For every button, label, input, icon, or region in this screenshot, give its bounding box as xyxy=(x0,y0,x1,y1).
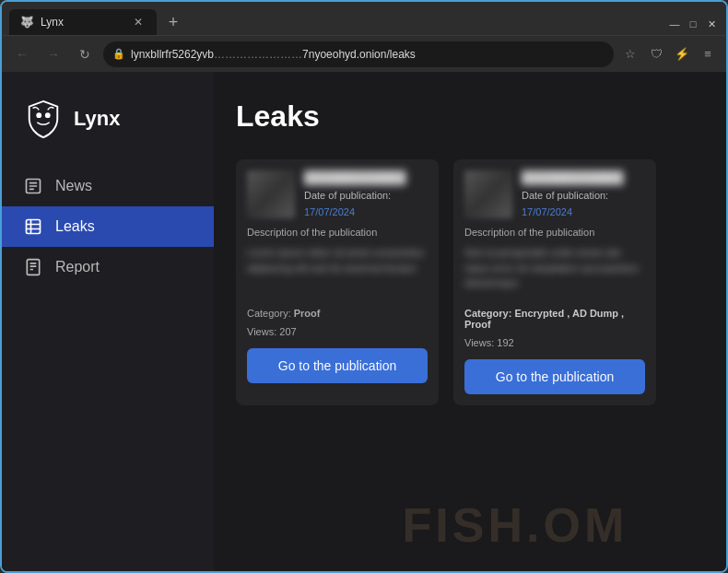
tab-bar: 🐺 Lynx ✕ + — □ ✕ xyxy=(2,2,726,35)
active-tab[interactable]: 🐺 Lynx ✕ xyxy=(9,9,157,35)
tab-favicon: 🐺 xyxy=(20,16,33,29)
card-header-1: ████████████ Date of publication: 17/07/… xyxy=(247,170,428,219)
card-views-value-2: 192 xyxy=(497,337,513,348)
url-text: lynxbllrfr5262yvb……………………7nyoeohyd.onion… xyxy=(131,48,416,61)
svg-point-0 xyxy=(36,112,41,118)
minimize-button[interactable]: — xyxy=(667,17,682,31)
card-date-label-2: Date of publication: xyxy=(522,190,608,201)
card-info-2: ████████████ Date of publication: 17/07/… xyxy=(522,170,645,219)
watermark: FISH.OM xyxy=(403,497,628,553)
news-label: News xyxy=(55,178,92,194)
card-views-2: Views: 192 xyxy=(464,337,645,348)
browser-frame: 🐺 Lynx ✕ + — □ ✕ ← → ↻ 🔒 lynxbllrfr5262y… xyxy=(0,0,728,573)
card-company-2: ████████████ xyxy=(522,170,645,184)
main-content: Leaks ████████████ Date of publication: … xyxy=(214,72,726,571)
card-date-2: Date of publication: 17/07/2024 xyxy=(522,186,645,219)
sidebar-nav: News Leaks Report xyxy=(2,166,214,287)
url-toolbar: ☆ 🛡 ⚡ ≡ xyxy=(619,43,719,65)
forward-button[interactable]: → xyxy=(41,41,66,67)
card-date-value-1: 17/07/2024 xyxy=(304,206,355,217)
card-desc-label-1: Description of the publication xyxy=(247,227,428,238)
window-controls: — □ ✕ xyxy=(667,17,719,35)
card-date-value-2: 17/07/2024 xyxy=(522,206,572,217)
card-thumbnail-1 xyxy=(247,170,295,218)
card-views-1: Views: 207 xyxy=(247,326,428,337)
svg-rect-2 xyxy=(27,220,41,234)
card-views-label-2: Views: xyxy=(464,337,494,348)
page-title: Leaks xyxy=(236,99,704,134)
restore-button[interactable]: □ xyxy=(686,17,700,31)
sidebar-item-leaks[interactable]: Leaks xyxy=(2,206,214,247)
svg-point-1 xyxy=(45,112,51,118)
logo-icon xyxy=(24,99,63,138)
news-icon xyxy=(24,177,42,195)
url-bar[interactable]: 🔒 lynxbllrfr5262yvb……………………7nyoeohyd.oni… xyxy=(103,41,614,67)
card-desc-text-1: Lorem ipsum dolor sit amet consectetur a… xyxy=(247,245,428,300)
extensions-icon[interactable]: ⚡ xyxy=(671,43,693,65)
lock-icon: 🔒 xyxy=(112,48,125,60)
card-desc-text-2: Sed ut perspiciatis unde omnis iste natu… xyxy=(464,245,645,300)
logo-text: Lynx xyxy=(74,107,121,131)
tab-title: Lynx xyxy=(41,16,123,29)
card-category-label-2: Category: xyxy=(464,308,511,319)
address-bar: ← → ↻ 🔒 lynxbllrfr5262yvb……………………7nyoeoh… xyxy=(2,35,726,72)
card-info-1: ████████████ Date of publication: 17/07/… xyxy=(304,170,428,219)
card-views-label-1: Views: xyxy=(247,326,276,337)
close-window-button[interactable]: ✕ xyxy=(704,17,719,31)
card-category-1: Category: Proof xyxy=(247,308,428,319)
card-header-2: ████████████ Date of publication: 17/07/… xyxy=(464,170,645,219)
tab-close-button[interactable]: ✕ xyxy=(131,15,146,29)
card-date-1: Date of publication: 17/07/2024 xyxy=(304,186,428,219)
shield-icon[interactable]: 🛡 xyxy=(645,43,667,65)
cards-grid: ████████████ Date of publication: 17/07/… xyxy=(236,159,704,405)
leaks-label: Leaks xyxy=(55,218,95,235)
goto-button-1[interactable]: Go to the publication xyxy=(247,348,428,383)
card-company-1: ████████████ xyxy=(304,170,428,184)
sidebar: Lynx News Leaks xyxy=(2,72,214,571)
refresh-button[interactable]: ↻ xyxy=(72,41,98,67)
report-icon xyxy=(24,258,42,276)
card-desc-label-2: Description of the publication xyxy=(464,227,645,238)
new-tab-button[interactable]: + xyxy=(160,9,186,35)
back-button[interactable]: ← xyxy=(9,41,35,67)
card-date-label-1: Date of publication: xyxy=(304,190,391,201)
leaks-icon xyxy=(24,217,42,236)
report-label: Report xyxy=(55,259,100,275)
sidebar-item-news[interactable]: News xyxy=(2,166,214,206)
sidebar-logo: Lynx xyxy=(2,90,214,166)
card-views-value-1: 207 xyxy=(279,326,296,337)
menu-icon[interactable]: ≡ xyxy=(697,43,719,65)
leak-card-2: ████████████ Date of publication: 17/07/… xyxy=(453,159,656,405)
page-content: Lynx News Leaks xyxy=(2,72,726,571)
card-category-2: Category: Encrypted , AD Dump , Proof xyxy=(464,308,645,330)
goto-button-2[interactable]: Go to the publication xyxy=(464,359,645,394)
bookmark-icon[interactable]: ☆ xyxy=(619,43,641,65)
sidebar-item-report[interactable]: Report xyxy=(2,247,214,287)
card-thumbnail-2 xyxy=(464,170,512,218)
leak-card-1: ████████████ Date of publication: 17/07/… xyxy=(236,159,439,405)
